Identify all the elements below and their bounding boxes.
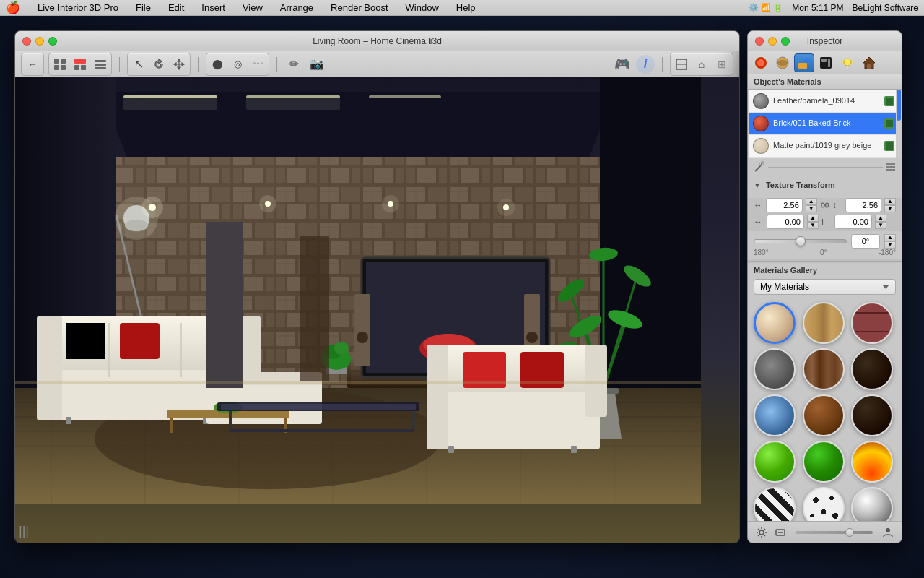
view-group: ⌂ ⊞: [670, 53, 733, 76]
bottom-expand-button[interactable]: [772, 525, 788, 540]
gallery-item-sphere-dark[interactable]: [851, 394, 893, 436]
material-name-matte: Matte paint/1019 grey beige: [773, 141, 878, 150]
menu-file[interactable]: File: [133, 2, 154, 13]
gallery-item-spots[interactable]: [803, 487, 845, 521]
v-offset-stepper[interactable]: ▲ ▼: [875, 215, 886, 229]
h-scale-down[interactable]: ▼: [806, 205, 817, 212]
back-button[interactable]: ←: [23, 55, 42, 74]
v-offset-input[interactable]: 0.00: [834, 215, 872, 229]
minimize-button[interactable]: [35, 37, 44, 46]
draw-ring-tool[interactable]: ◎: [228, 55, 247, 74]
h-offset-stepper[interactable]: ▲ ▼: [807, 215, 819, 229]
material-icon-matte[interactable]: [882, 139, 897, 153]
chain-icon[interactable]: [820, 200, 829, 210]
h-scale-up[interactable]: ▲: [806, 198, 817, 205]
menu-edit[interactable]: Edit: [165, 2, 187, 13]
v-offset-down[interactable]: ▼: [875, 222, 886, 229]
menu-window[interactable]: Window: [403, 2, 442, 13]
h-scale-input[interactable]: 2.56: [766, 198, 802, 212]
h-offset-input[interactable]: 0.00: [767, 215, 804, 229]
svg-rect-64: [354, 294, 370, 366]
svg-point-87: [334, 342, 349, 355]
svg-rect-121: [300, 236, 329, 381]
inspector-tab-materials[interactable]: [751, 53, 771, 72]
view-btn-3[interactable]: ⊞: [712, 55, 731, 74]
inspector-maximize-button[interactable]: [781, 37, 790, 46]
inspector-close-button[interactable]: [755, 37, 764, 46]
material-item-leather[interactable]: Leather/pamela_09014: [749, 90, 901, 113]
rotation-down[interactable]: ▼: [884, 241, 896, 249]
zoom-slider[interactable]: [796, 531, 873, 534]
gallery-item-zebra[interactable]: [754, 487, 796, 521]
inspector-minimize-button[interactable]: [768, 37, 777, 46]
material-icon-brick[interactable]: [882, 116, 897, 131]
gallery-item-stone-grey[interactable]: [754, 348, 796, 390]
render-button[interactable]: 🎮: [613, 55, 632, 74]
rotation-stepper[interactable]: ▲ ▼: [884, 234, 896, 249]
v-scale-up[interactable]: ▲: [884, 198, 896, 205]
gallery-item-green-bright[interactable]: [754, 441, 796, 483]
menu-insert[interactable]: Insert: [199, 2, 228, 13]
bottom-person-button[interactable]: [880, 525, 896, 540]
materials-scrollbar[interactable]: [896, 90, 902, 158]
material-item-matte[interactable]: Matte paint/1019 grey beige: [749, 135, 901, 158]
gallery-item-dark[interactable]: [851, 348, 893, 390]
layout-btn-1[interactable]: [51, 55, 69, 74]
v-scale-input[interactable]: 2.56: [845, 198, 881, 212]
gallery-dropdown[interactable]: My Materials: [754, 279, 896, 295]
wand-icon[interactable]: [754, 161, 765, 173]
maximize-button[interactable]: [48, 37, 57, 46]
inspector-tab-paint[interactable]: [794, 53, 814, 72]
rotation-slider-thumb[interactable]: [796, 236, 806, 246]
rotation-input[interactable]: 0°: [851, 234, 880, 249]
layout-btn-3[interactable]: [91, 55, 110, 74]
view-btn-2[interactable]: ⌂: [692, 55, 711, 74]
menu-help[interactable]: Help: [453, 2, 479, 13]
gallery-item-wood-light[interactable]: [803, 302, 845, 344]
slider-center-label: 0°: [820, 249, 827, 256]
h-offset-down[interactable]: ▼: [807, 222, 819, 229]
gallery-item-water[interactable]: [754, 394, 796, 436]
bottom-gear-button[interactable]: [754, 525, 770, 540]
view-btn-1[interactable]: [672, 55, 691, 74]
v-scale-stepper[interactable]: ▲ ▼: [884, 198, 896, 212]
gallery-item-wood-brown[interactable]: [803, 348, 845, 390]
apple-menu[interactable]: 🍎: [6, 1, 20, 14]
gallery-item-green-mid[interactable]: [803, 441, 845, 483]
layout-btn-2[interactable]: [71, 55, 90, 74]
camera-tool[interactable]: 📷: [308, 55, 326, 74]
gallery-item-brick[interactable]: [851, 302, 893, 344]
gallery-item-fire[interactable]: [851, 441, 893, 483]
menu-render[interactable]: Render Boost: [328, 2, 391, 13]
close-button[interactable]: [22, 37, 31, 46]
select-tool[interactable]: ↖: [129, 55, 148, 74]
h-offset-up[interactable]: ▲: [807, 215, 819, 222]
inspector-tab-light[interactable]: [837, 53, 858, 72]
rotate-tool[interactable]: [149, 55, 168, 74]
menu-view[interactable]: View: [240, 2, 266, 13]
gallery-item-beige[interactable]: [754, 302, 796, 344]
svg-rect-162: [821, 203, 824, 207]
inspector-tab-sphere[interactable]: [772, 53, 793, 72]
menu-app[interactable]: Live Interior 3D Pro: [35, 2, 121, 13]
rotation-up[interactable]: ▲: [884, 234, 896, 241]
h-scale-stepper[interactable]: ▲ ▼: [806, 198, 817, 212]
pen-tool[interactable]: ✏: [284, 55, 303, 74]
inspector-tab-texture[interactable]: [816, 53, 836, 72]
gallery-item-sphere-brown[interactable]: [803, 394, 845, 436]
move-tool[interactable]: [170, 55, 188, 74]
viewport[interactable]: |||: [15, 77, 739, 543]
v-scale-down[interactable]: ▼: [884, 205, 896, 212]
rotation-slider-track[interactable]: [754, 239, 847, 243]
zoom-thumb[interactable]: [845, 528, 854, 537]
draw-circle-tool[interactable]: ⬤: [208, 55, 227, 74]
more-icon[interactable]: [886, 162, 896, 172]
material-icon-leather[interactable]: [882, 94, 897, 108]
freeform-tool[interactable]: 〰: [248, 55, 267, 74]
info-button[interactable]: i: [636, 55, 655, 74]
v-offset-up[interactable]: ▲: [875, 215, 886, 222]
gallery-item-silver[interactable]: [851, 487, 893, 521]
inspector-tab-house[interactable]: [859, 53, 879, 72]
menu-arrange[interactable]: Arrange: [277, 2, 316, 13]
material-item-brick[interactable]: Brick/001 Baked Brick: [749, 113, 901, 135]
